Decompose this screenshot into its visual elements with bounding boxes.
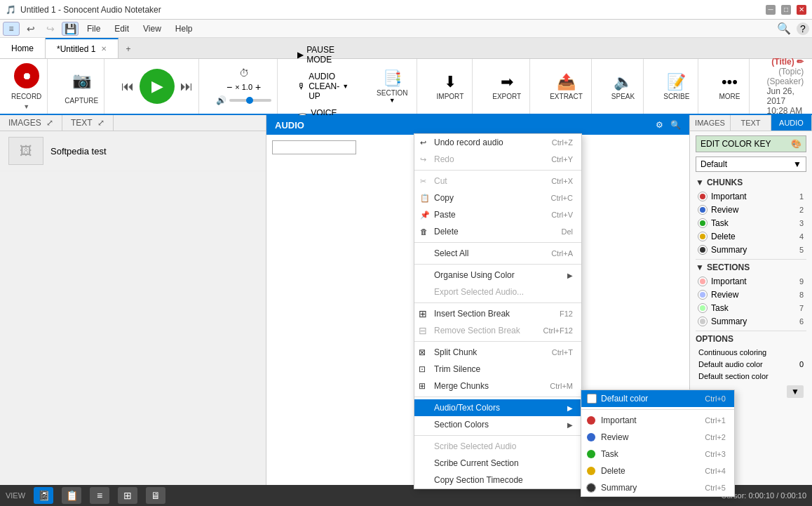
audio-settings-icon[interactable]: ⚙ — [656, 120, 663, 130]
right-tab-images[interactable]: IMAGES — [690, 115, 731, 131]
note-title-meta[interactable]: (Title) ✏ — [771, 57, 804, 67]
left-tab-text[interactable]: TEXT ⤢ — [62, 115, 114, 131]
submenu-summary[interactable]: Summary Ctrl+5 — [581, 479, 734, 496]
ctx-redo[interactable]: ↪ Redo Ctrl+Y — [414, 151, 581, 168]
color-scheme-dropdown[interactable]: Default ▼ — [696, 157, 806, 172]
sections-section-header[interactable]: ▼ SECTIONS — [696, 262, 806, 272]
ctx-scribe-selected[interactable]: Scribe Selected Audio — [414, 438, 581, 455]
maximize-button[interactable]: □ — [781, 5, 791, 15]
ctx-export-selected[interactable]: Export Selected Audio... — [414, 284, 581, 300]
ctx-remove-section[interactable]: ⊟ Remove Section Break Ctrl+F12 — [414, 322, 581, 339]
zoom-in-icon[interactable]: 🔍 — [777, 22, 791, 35]
rewind-button[interactable]: ⏮ — [121, 79, 134, 94]
submenu-task[interactable]: Task Ctrl+3 — [581, 446, 734, 462]
ctx-undo[interactable]: ↩ Undo record audio Ctrl+Z — [414, 134, 581, 151]
submenu-review[interactable]: Review Ctrl+2 — [581, 429, 734, 446]
audio-cleanup-button[interactable]: 🎙 AUDIO CLEAN-UP ▼ — [295, 69, 351, 104]
menu-edit[interactable]: Edit — [109, 22, 135, 35]
scribe-button[interactable]: 📝 SCRIBE — [661, 70, 692, 103]
import-button[interactable]: ⬇ IMPORT — [434, 70, 467, 103]
record-dropdown[interactable]: ▼ — [23, 103, 29, 110]
ctx-audio-text-colors[interactable]: Audio/Text Colors ▶ — [414, 399, 581, 416]
chunks-list: Important 1 Review 2 Task 3 — [696, 190, 806, 256]
audio-search-icon[interactable]: 🔍 — [670, 120, 681, 130]
ctx-select-all[interactable]: Select All Ctrl+A — [414, 245, 581, 262]
note-topic-meta[interactable]: (Topic) — [778, 67, 804, 76]
grid-view-button[interactable]: ⊞ — [118, 487, 137, 504]
right-tab-text[interactable]: TEXT — [731, 115, 771, 131]
submenu-delete[interactable]: Delete Ctrl+4 — [581, 462, 734, 479]
title-controls[interactable]: ─ □ ✕ — [766, 5, 806, 15]
tab-add-button[interactable]: + — [119, 39, 137, 58]
pause-mode-button[interactable]: ▶ PAUSE MODE — [295, 42, 351, 67]
quick-access-toolbar[interactable]: ≡ — [3, 22, 20, 36]
ctx-organise-color[interactable]: Organise Using Color ▶ — [414, 267, 581, 284]
audio-input-bar[interactable] — [272, 140, 356, 154]
ctx-insert-section[interactable]: ⊞ Insert Section Break F12 — [414, 305, 581, 322]
ctx-paste[interactable]: 📌 Paste Ctrl+V — [414, 206, 581, 223]
text-expand-icon[interactable]: ⤢ — [97, 118, 104, 128]
ctx-trim-silence[interactable]: ⊡ Trim Silence — [414, 361, 581, 378]
insert-section-icon: ⊞ — [419, 308, 427, 319]
scribe-icon: 📝 — [667, 73, 686, 91]
submenu-important[interactable]: Important Ctrl+1 — [581, 412, 734, 429]
save-button[interactable]: 💾 — [62, 22, 79, 36]
ctx-sep-6 — [414, 397, 581, 397]
tab-home[interactable]: Home — [0, 38, 46, 58]
undo-button[interactable]: ↩ — [22, 22, 39, 36]
tab-close-icon[interactable]: ✕ — [101, 45, 107, 53]
redo-button[interactable]: ↪ — [42, 22, 59, 36]
record-button[interactable]: ⏺ — [14, 63, 39, 88]
help-icon[interactable]: ? — [797, 22, 809, 35]
tab-untitled[interactable]: *Untitled 1 ✕ — [46, 38, 119, 58]
capture-button[interactable]: 📷 — [67, 69, 95, 93]
note-speaker-meta[interactable]: (Speaker) — [766, 76, 804, 86]
menu-view[interactable]: View — [137, 22, 167, 35]
section-button[interactable]: 📑 SECTION ▼ — [374, 67, 410, 107]
ctx-split-chunk[interactable]: ⊠ Split Chunk Ctrl+T — [414, 344, 581, 361]
edit-color-key-button[interactable]: EDIT COLOR KEY 🎨 — [696, 135, 806, 152]
submenu-default-color[interactable]: Default color Ctrl+0 — [581, 390, 734, 407]
ctx-copy-timecode[interactable]: Copy Section Timecode — [414, 472, 581, 488]
section-icon: 📑 — [383, 69, 402, 88]
outline-view-button[interactable]: 📋 — [62, 487, 81, 504]
scroll-down-icon[interactable]: ▼ — [787, 385, 804, 398]
ribbon-extract-group: 📤 EXTRACT — [541, 59, 592, 114]
close-button[interactable]: ✕ — [797, 5, 806, 15]
options-section-header[interactable]: OPTIONS — [696, 334, 806, 344]
ribbon-playback-group: ▶ PAUSE MODE 🎙 AUDIO CLEAN-UP ▼ 💬 VOICE … — [289, 59, 357, 114]
ctx-scribe-current[interactable]: Scribe Current Section — [414, 455, 581, 472]
ribbon-scribe-group: 📝 SCRIBE — [655, 59, 698, 114]
minimize-button[interactable]: ─ — [766, 5, 776, 15]
section-colors-arrow-icon: ▶ — [567, 421, 573, 429]
export-button[interactable]: ➡ EXPORT — [489, 70, 524, 103]
section-dropdown[interactable]: ▼ — [389, 97, 395, 104]
chunks-section-header[interactable]: ▼ CHUNKS — [696, 178, 806, 187]
more-button[interactable]: ••• MORE — [715, 70, 743, 103]
audio-cleanup-icon: 🎙 — [297, 81, 306, 91]
screen-view-button[interactable]: 🖥 — [146, 487, 165, 504]
left-tab-images[interactable]: IMAGES ⤢ — [0, 115, 62, 131]
images-expand-icon[interactable]: ⤢ — [46, 118, 53, 128]
ctx-cut[interactable]: ✂ Cut Ctrl+X — [414, 173, 581, 189]
speak-button[interactable]: 🔈 SPEAK — [609, 70, 637, 103]
ctx-sep-5 — [414, 341, 581, 342]
speed-decrease-button[interactable]: − — [226, 81, 232, 93]
volume-slider[interactable] — [229, 99, 271, 102]
audio-cleanup-dropdown[interactable]: ▼ — [342, 83, 349, 90]
right-tab-audio[interactable]: AUDIO — [771, 115, 812, 131]
menu-file[interactable]: File — [81, 22, 106, 35]
section-important: Important 9 — [696, 275, 806, 288]
menu-bar: ≡ ↩ ↪ 💾 File Edit View Help 🔍 ? — [0, 20, 812, 38]
notes-view-button[interactable]: 📓 — [34, 487, 53, 504]
list-view-button[interactable]: ≡ — [90, 487, 109, 504]
menu-help[interactable]: Help — [170, 22, 198, 35]
extract-button[interactable]: 📤 EXTRACT — [547, 70, 586, 103]
ctx-delete[interactable]: 🗑 Delete Del — [414, 223, 581, 240]
ctx-merge-chunks[interactable]: ⊞ Merge Chunks Ctrl+M — [414, 378, 581, 394]
ctx-section-colors[interactable]: Section Colors ▶ — [414, 416, 581, 433]
play-button[interactable]: ▶ — [140, 69, 175, 104]
fast-forward-button[interactable]: ⏭ — [180, 79, 193, 94]
speed-increase-button[interactable]: + — [255, 81, 261, 93]
ctx-copy[interactable]: 📋 Copy Ctrl+C — [414, 189, 581, 206]
